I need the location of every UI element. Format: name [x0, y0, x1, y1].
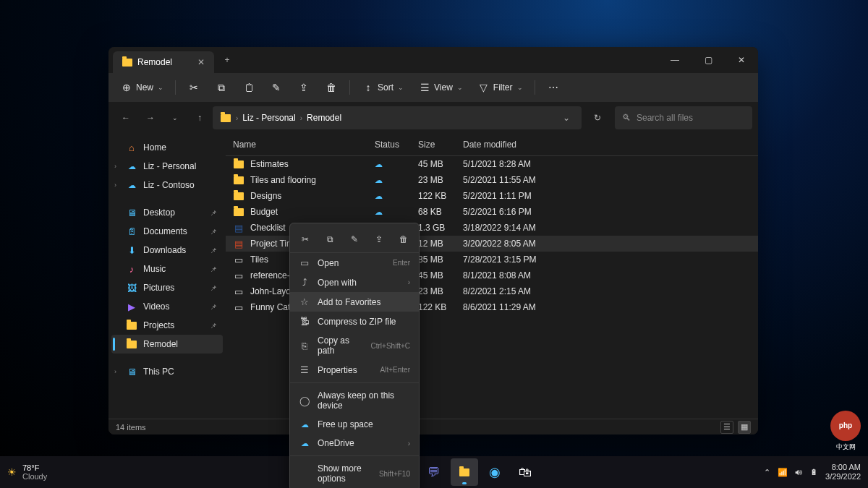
taskbar-tray: ⌃ 📶 🔊︎ 🔋︎ 8:00 AM 3/29/2022 — [764, 463, 861, 481]
delete-button[interactable]: 🗑︎ — [393, 231, 414, 248]
sidebar-item-videos[interactable]: ▶Videos📌︎ — [111, 297, 223, 316]
divider — [290, 382, 419, 383]
paste-button[interactable]: 📋︎ — [237, 78, 261, 97]
search-box[interactable]: 🔍︎ — [615, 106, 752, 129]
cut-button[interactable]: ✂ — [182, 78, 206, 97]
battery-icon[interactable]: 🔋︎ — [810, 468, 818, 476]
temperature: 78°F — [22, 463, 47, 472]
context-favorites[interactable]: ☆Add to Favorites — [290, 292, 419, 312]
clock[interactable]: 8:00 AM 3/29/2022 — [825, 463, 861, 481]
sidebar-item-projects[interactable]: Projects📌︎ — [111, 316, 223, 335]
explorer-button[interactable] — [451, 458, 478, 486]
sidebar-item-contoso[interactable]: ›☁Liz - Contoso — [111, 176, 223, 194]
copy-button[interactable]: ⧉ — [320, 231, 340, 248]
file-status: ☁ — [375, 176, 418, 185]
chevron-right-icon: › — [114, 163, 116, 170]
cloud-icon: ☁ — [299, 420, 310, 429]
store-button[interactable]: 🛍︎ — [511, 458, 539, 486]
back-button[interactable]: ← — [114, 106, 137, 129]
delete-button[interactable]: 🗑︎ — [319, 78, 344, 97]
context-compress[interactable]: 🗜︎Compress to ZIP file — [290, 312, 419, 331]
share-button[interactable]: ⇪ — [292, 78, 316, 97]
edge-button[interactable]: ◉ — [481, 458, 509, 486]
wifi-icon[interactable]: 📶 — [778, 468, 788, 477]
downloads-icon: ⬇ — [126, 244, 137, 256]
chat-icon: 💬︎ — [427, 465, 441, 480]
column-date[interactable]: Date modified — [463, 140, 758, 150]
context-copypath[interactable]: ⎘Copy as pathCtrl+Shift+C — [290, 331, 419, 360]
file-row[interactable]: Budget☁68 KB5/2/2021 6:16 PM — [226, 204, 758, 220]
breadcrumb-item[interactable]: Remodel — [307, 113, 341, 123]
forward-button[interactable]: → — [139, 106, 162, 129]
column-size[interactable]: Size — [418, 140, 463, 150]
ellipsis-icon: ⋯ — [547, 81, 560, 94]
music-icon: ♪ — [126, 263, 137, 275]
filter-button[interactable]: ▽ Filter ⌄ — [472, 78, 529, 97]
file-name: Budget — [250, 207, 278, 217]
sidebar: ⌂Home ›☁Liz - Personal ›☁Liz - Contoso 🖥… — [109, 134, 226, 419]
close-tab-icon[interactable]: ✕ — [195, 57, 207, 67]
context-properties[interactable]: ☰PropertiesAlt+Enter — [290, 360, 419, 380]
file-row[interactable]: Designs☁122 KB5/2/2021 1:11 PM — [226, 188, 758, 204]
refresh-button[interactable]: ↻ — [586, 106, 609, 129]
sidebar-item-thispc[interactable]: ›🖥︎This PC — [111, 362, 223, 381]
titlebar: Remodel ✕ + — ▢ ✕ — [109, 47, 758, 73]
sidebar-item-pictures[interactable]: 🖼︎Pictures📌︎ — [111, 278, 223, 297]
window-tab[interactable]: Remodel ✕ — [113, 51, 214, 73]
cut-button[interactable]: ✂ — [295, 231, 315, 248]
rename-button[interactable]: ✎ — [264, 78, 289, 97]
taskbar: ☀ 78°F Cloudy 🔍︎ ⧉ 💬︎ ◉ 🛍︎ ⌃ 📶 🔊︎ 🔋︎ 8:0… — [0, 456, 868, 488]
sidebar-item-music[interactable]: ♪Music📌︎ — [111, 260, 223, 278]
delete-icon: 🗑︎ — [325, 81, 338, 94]
tiles-view-button[interactable]: ▦ — [738, 421, 751, 434]
file-type-icon — [233, 190, 244, 202]
folder-icon — [122, 56, 133, 68]
address-bar[interactable]: › Liz - Personal › Remodel ⌄ — [213, 106, 582, 129]
view-icon: ☰ — [418, 81, 431, 94]
volume-icon[interactable]: 🔊︎ — [795, 468, 803, 476]
details-view-button[interactable]: ☰ — [720, 421, 733, 434]
sidebar-item-personal[interactable]: ›☁Liz - Personal — [111, 157, 223, 176]
sidebar-item-downloads[interactable]: ⬇Downloads📌︎ — [111, 241, 223, 260]
chevron-down-icon[interactable]: ⌄ — [558, 113, 574, 123]
column-name[interactable]: Name — [226, 140, 375, 150]
context-openwith[interactable]: ⤴Open with› — [290, 273, 419, 292]
sidebar-item-home[interactable]: ⌂Home — [111, 138, 223, 157]
file-row[interactable]: Tiles and flooring☁23 MB5/2/2021 11:55 A… — [226, 172, 758, 188]
sort-button[interactable]: ↕ Sort ⌄ — [356, 78, 409, 97]
minimize-button[interactable]: — — [658, 47, 692, 73]
sidebar-item-desktop[interactable]: 🖥︎Desktop📌︎ — [111, 203, 223, 222]
tray-chevron-icon[interactable]: ⌃ — [764, 468, 770, 477]
search-icon: 🔍︎ — [622, 113, 631, 123]
file-date: 3/20/2022 8:05 AM — [463, 239, 758, 249]
context-open[interactable]: ▭OpenEnter — [290, 253, 419, 273]
context-freeup[interactable]: ☁Free up space — [290, 415, 419, 434]
share-button[interactable]: ⇪ — [369, 231, 389, 248]
up-button[interactable]: ↑ — [188, 106, 211, 129]
more-button[interactable]: ⋯ — [541, 78, 566, 97]
context-keep[interactable]: ◯Always keep on this device — [290, 386, 419, 415]
view-button[interactable]: ☰ View ⌄ — [412, 78, 469, 97]
file-name: Checklist — [250, 223, 286, 233]
context-more[interactable]: Show more optionsShift+F10 — [290, 459, 419, 488]
context-onedrive[interactable]: ☁OneDrive› — [290, 434, 419, 453]
sidebar-item-remodel[interactable]: Remodel — [111, 335, 223, 354]
breadcrumb-item[interactable]: Liz - Personal — [242, 113, 295, 123]
close-button[interactable]: ✕ — [725, 47, 758, 73]
recent-button[interactable]: ⌄ — [163, 106, 187, 129]
file-row[interactable]: Estimates☁45 MB5/1/2021 8:28 AM — [226, 156, 758, 172]
chat-button[interactable]: 💬︎ — [420, 458, 448, 486]
new-tab-button[interactable]: + — [217, 50, 237, 70]
new-button[interactable]: ⊕ New ⌄ — [114, 78, 169, 97]
sidebar-item-documents[interactable]: 📄︎Documents📌︎ — [111, 222, 223, 241]
file-date: 8/1/2021 8:08 AM — [463, 270, 758, 281]
maximize-button[interactable]: ▢ — [692, 47, 725, 73]
file-size: 45 MB — [418, 159, 463, 169]
rename-button[interactable]: ✎ — [344, 231, 365, 248]
taskbar-weather[interactable]: ☀ 78°F Cloudy — [7, 463, 47, 481]
chevron-right-icon: › — [300, 114, 302, 122]
copy-button[interactable]: ⧉ — [209, 78, 234, 97]
open-icon: ▭ — [299, 257, 310, 268]
column-status[interactable]: Status — [375, 140, 418, 150]
search-input[interactable] — [637, 113, 745, 123]
